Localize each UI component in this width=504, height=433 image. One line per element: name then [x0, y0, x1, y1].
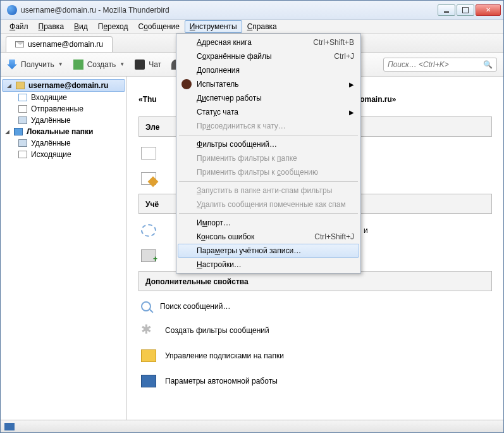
tab-label: username@domain.ru — [28, 40, 103, 49]
chevron-down-icon: ▼ — [58, 61, 63, 67]
menu-tools[interactable]: Инструменты — [185, 20, 242, 33]
row-search-messages[interactable]: Поиск сообщений… — [138, 298, 492, 320]
inbox-icon — [18, 94, 27, 101]
account-icon — [16, 82, 25, 89]
menu-item-join-chat: Присоединиться к чату… — [178, 119, 359, 133]
twisty-icon[interactable]: ◢ — [6, 83, 12, 89]
search-input[interactable] — [388, 60, 483, 69]
search-icon: 🔍 — [483, 60, 493, 69]
folder-icon — [141, 349, 156, 362]
menu-item-import[interactable]: Импорт… — [178, 216, 359, 230]
menu-separator — [179, 181, 358, 182]
offline-icon — [141, 375, 156, 387]
menu-item-tester[interactable]: Испытатель ▶ — [178, 77, 359, 91]
envelope-icon — [15, 41, 24, 47]
window-title: username@domain.ru - Mozilla Thunderbird — [21, 6, 438, 15]
menu-bar: Файл Правка Вид Переход Сообщение Инстру… — [1, 20, 503, 34]
tree-outbox[interactable]: Исходящие — [1, 149, 126, 160]
filter-icon: ✱ — [141, 324, 156, 337]
title-bar: username@domain.ru - Mozilla Thunderbird — [1, 1, 503, 20]
row-create-filters[interactable]: ✱ Создать фильтры сообщений — [138, 320, 492, 346]
bug-icon — [181, 79, 192, 89]
compose-icon — [141, 172, 156, 185]
compose-button[interactable]: Создать ▼ — [73, 60, 125, 70]
sent-icon — [18, 105, 27, 113]
thunderbird-icon — [7, 5, 17, 15]
outbox-icon — [18, 151, 27, 158]
menu-edit[interactable]: Правка — [34, 20, 70, 33]
online-status-icon[interactable] — [4, 423, 15, 430]
submenu-arrow-icon: ▶ — [349, 81, 354, 88]
row-offline-settings[interactable]: Параметры автономной работы — [138, 371, 492, 396]
menu-go[interactable]: Переход — [93, 20, 133, 33]
tree-trash[interactable]: Удалённые — [1, 115, 126, 126]
menu-separator — [179, 213, 358, 214]
menu-item-options[interactable]: Настройки… — [178, 258, 359, 272]
menu-item-message-filters[interactable]: Фильтры сообщений… — [178, 137, 359, 151]
menu-item-addressbook[interactable]: Адресная книга Ctrl+Shift+B — [178, 35, 359, 49]
tree-sent[interactable]: Отправленные — [1, 103, 126, 115]
submenu-arrow-icon: ▶ — [349, 109, 354, 116]
add-account-icon — [141, 249, 156, 262]
tree-local-trash[interactable]: Удалённые — [1, 137, 126, 149]
menu-file[interactable]: Файл — [4, 20, 34, 33]
pencil-icon — [73, 60, 83, 70]
menu-item-account-settings[interactable]: Параметры учётной записи… — [178, 244, 359, 258]
menu-item-saved-files[interactable]: Сохранённые файлы Ctrl+J — [178, 49, 359, 63]
minimize-button[interactable] — [438, 4, 455, 16]
folder-tree: ◢ username@domain.ru Входящие Отправленн… — [1, 77, 127, 420]
close-button[interactable] — [476, 4, 501, 16]
twisty-icon[interactable]: ◢ — [4, 129, 10, 135]
tools-menu-dropdown: Адресная книга Ctrl+Shift+B Сохранённые … — [176, 34, 361, 273]
menu-item-chat-status[interactable]: Статус чата ▶ — [178, 105, 359, 119]
menu-item-run-spam-filters: Запустить в папке анти-спам фильтры — [178, 184, 359, 198]
maximize-button[interactable] — [457, 4, 474, 16]
trash-icon — [18, 116, 27, 124]
tree-account[interactable]: ◢ username@domain.ru — [2, 79, 125, 92]
search-icon — [141, 301, 151, 311]
menu-item-apply-filters-folder: Применить фильтры к папке — [178, 151, 359, 165]
menu-item-activity[interactable]: Диспетчер работы — [178, 91, 359, 105]
trash-icon — [18, 139, 27, 147]
menu-help[interactable]: Справка — [242, 20, 282, 33]
tree-inbox[interactable]: Входящие — [1, 92, 126, 103]
search-box[interactable]: 🔍 — [383, 58, 497, 72]
menu-item-addons[interactable]: Дополнения — [178, 63, 359, 77]
status-bar — [1, 420, 503, 432]
chat-icon — [135, 60, 145, 70]
get-mail-button[interactable]: Получить ▼ — [7, 60, 63, 70]
menu-view[interactable]: Вид — [69, 20, 93, 33]
chat-button[interactable]: Чат — [135, 60, 161, 70]
chevron-down-icon: ▼ — [120, 61, 125, 67]
menu-item-delete-spam: Удалить сообщения помеченные как спам — [178, 198, 359, 211]
tab-account[interactable]: username@domain.ru — [6, 36, 113, 52]
menu-item-error-console[interactable]: Консоль ошибок Ctrl+Shift+J — [178, 230, 359, 244]
tree-local-folders[interactable]: ◢ Локальные папки — [1, 126, 126, 137]
read-icon — [141, 147, 156, 160]
section-additional: Дополнительные свойства — [138, 271, 492, 291]
menu-separator — [179, 135, 358, 135]
download-icon — [7, 60, 17, 70]
local-folders-icon — [14, 128, 23, 135]
row-manage-subscriptions[interactable]: Управление подписками на папки — [138, 346, 492, 371]
menu-item-apply-filters-message: Применить фильтры к сообщению — [178, 165, 359, 179]
menu-message[interactable]: Сообщение — [133, 20, 184, 33]
gear-icon — [141, 224, 156, 237]
